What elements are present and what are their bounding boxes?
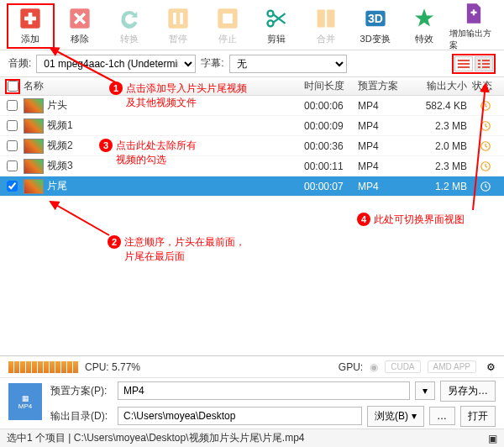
file-size: 2.3 MB — [418, 160, 472, 172]
x-icon — [68, 7, 92, 30]
row-checkbox[interactable] — [7, 181, 18, 192]
svg-rect-16 — [473, 9, 475, 15]
file-profile: MP4 — [358, 120, 418, 132]
table-row[interactable]: 视频3 00:00:11 MP4 2.3 MB — [0, 156, 504, 176]
main-toolbar: 添加 移除 转换 暂停 停止 剪辑 合并 3D 3D变换 特效 增加输出方案 — [0, 0, 504, 50]
browse-button[interactable]: 浏览(B) ▾ — [367, 406, 424, 427]
refresh-icon — [118, 7, 141, 30]
col-name[interactable]: 名称 — [20, 79, 304, 93]
scissors-icon — [265, 7, 288, 30]
3d-button[interactable]: 3D 3D变换 — [351, 3, 399, 49]
row-checkbox[interactable] — [7, 120, 18, 131]
svg-rect-21 — [482, 60, 490, 61]
svg-rect-2 — [24, 17, 36, 21]
row-checkbox[interactable] — [7, 140, 18, 151]
profile-icon: ▦MP4 — [8, 383, 42, 420]
cpu-label: CPU: 5.77% — [85, 361, 140, 373]
clock-icon — [472, 160, 499, 172]
tool-label: 转换 — [120, 33, 139, 45]
tool-label: 停止 — [218, 33, 237, 45]
select-all-checkbox[interactable] — [5, 79, 20, 94]
svg-rect-20 — [478, 60, 480, 61]
view-detail-button[interactable] — [475, 56, 493, 71]
svg-point-9 — [268, 11, 274, 17]
file-name: 视频3 — [47, 159, 304, 173]
row-checkbox[interactable] — [7, 100, 18, 111]
subtitle-label: 字幕: — [201, 56, 223, 71]
clock-icon — [472, 181, 499, 192]
svg-rect-17 — [458, 60, 470, 61]
tool-label: 移除 — [71, 33, 89, 45]
tool-label: 暂停 — [169, 33, 187, 45]
table-row[interactable]: 片尾 00:00:07 MP4 1.2 MB — [0, 176, 504, 197]
subtitle-select[interactable]: 无 — [229, 55, 347, 73]
tool-label: 3D变换 — [360, 33, 391, 45]
dots-button[interactable]: … — [429, 407, 455, 425]
audio-label: 音频: — [8, 56, 31, 71]
add-profile-button[interactable]: 增加输出方案 — [449, 3, 497, 49]
annotation-4: 4此处可切换界面视图 — [357, 213, 465, 227]
thumbnail-icon — [24, 159, 44, 174]
status-bar: 选中1 个项目 | C:\Users\moyea\Desktop\视频加片头片尾… — [0, 429, 504, 447]
table-row[interactable]: 片头 00:00:06 MP4 582.4 KB — [0, 96, 504, 116]
file-profile: MP4 — [358, 100, 418, 112]
svg-text:3D: 3D — [368, 12, 383, 25]
svg-rect-5 — [173, 13, 176, 24]
audio-select[interactable]: 01 mpeg4aac-1ch (Undetermined) — [36, 55, 196, 73]
convert-button[interactable]: 转换 — [105, 3, 153, 49]
saveas-button[interactable]: 另存为… — [440, 381, 496, 402]
table-row[interactable]: 视频2 00:00:36 MP4 2.0 MB — [0, 136, 504, 156]
plus-icon — [18, 7, 42, 30]
bottom-panel: CPU: 5.77% GPU: ◉ CUDA AMD APP ⚙ ▦MP4 预置… — [0, 355, 504, 447]
file-duration: 00:00:07 — [304, 181, 358, 192]
svg-point-10 — [268, 20, 274, 26]
file-size: 2.3 MB — [418, 120, 472, 132]
file-size: 2.0 MB — [418, 140, 472, 152]
file-profile: MP4 — [358, 181, 418, 192]
merge-button[interactable]: 合并 — [302, 3, 350, 49]
star-icon — [412, 7, 436, 30]
outdir-input[interactable] — [118, 407, 362, 425]
col-size[interactable]: 输出大小 — [418, 79, 472, 93]
file-duration: 00:00:11 — [304, 160, 358, 172]
profile-row: 预置方案(P): ▾ 另存为… — [42, 378, 504, 403]
pause-button[interactable]: 暂停 — [155, 3, 202, 49]
profile-label: 预置方案(P): — [50, 384, 113, 398]
row-checkbox[interactable] — [7, 160, 18, 171]
add-button[interactable]: 添加 — [7, 3, 55, 49]
file-duration: 00:00:06 — [304, 100, 358, 112]
cuda-badge: CUDA — [385, 360, 420, 373]
profile-input[interactable] — [118, 381, 410, 400]
open-button[interactable]: 打开 — [460, 406, 496, 427]
clock-icon — [472, 140, 499, 152]
file-duration: 00:00:09 — [304, 120, 358, 132]
svg-rect-19 — [458, 66, 470, 68]
col-duration[interactable]: 时间长度 — [304, 79, 358, 93]
outdir-label: 输出目录(D): — [50, 409, 113, 423]
table-row[interactable]: 视频1 00:00:09 MP4 2.3 MB — [0, 116, 504, 136]
col-profile[interactable]: 预置方案 — [358, 79, 418, 93]
svg-rect-6 — [181, 13, 184, 24]
gear-icon[interactable]: ⚙ — [486, 361, 496, 373]
stop-button[interactable]: 停止 — [203, 3, 251, 49]
nvidia-icon: ◉ — [370, 361, 378, 373]
list-icon — [458, 60, 470, 68]
profile-dropdown-button[interactable]: ▾ — [415, 381, 435, 400]
view-list-button[interactable] — [454, 56, 473, 71]
clock-icon — [472, 100, 499, 112]
col-status[interactable]: 状态 — [472, 79, 499, 93]
fx-button[interactable]: 特效 — [401, 3, 449, 49]
svg-rect-8 — [223, 13, 233, 24]
svg-rect-11 — [317, 10, 324, 28]
status-text: 选中1 个项目 | C:\Users\moyea\Desktop\视频加片头片尾… — [7, 431, 305, 445]
view-toggle — [452, 54, 496, 74]
clip-button[interactable]: 剪辑 — [253, 3, 301, 49]
expand-icon[interactable]: ▣ — [488, 433, 497, 444]
annotation-2: 2注意顺序，片头在最前面， 片尾在最后面 — [108, 235, 245, 264]
file-size: 1.2 MB — [418, 181, 472, 192]
thumbnail-icon — [24, 179, 44, 194]
audio-subtitle-bar: 音频: 01 mpeg4aac-1ch (Undetermined) 字幕: 无 — [0, 50, 504, 77]
remove-button[interactable]: 移除 — [56, 3, 104, 49]
amd-badge: AMD APP — [428, 360, 476, 373]
tool-label: 增加输出方案 — [449, 28, 497, 51]
